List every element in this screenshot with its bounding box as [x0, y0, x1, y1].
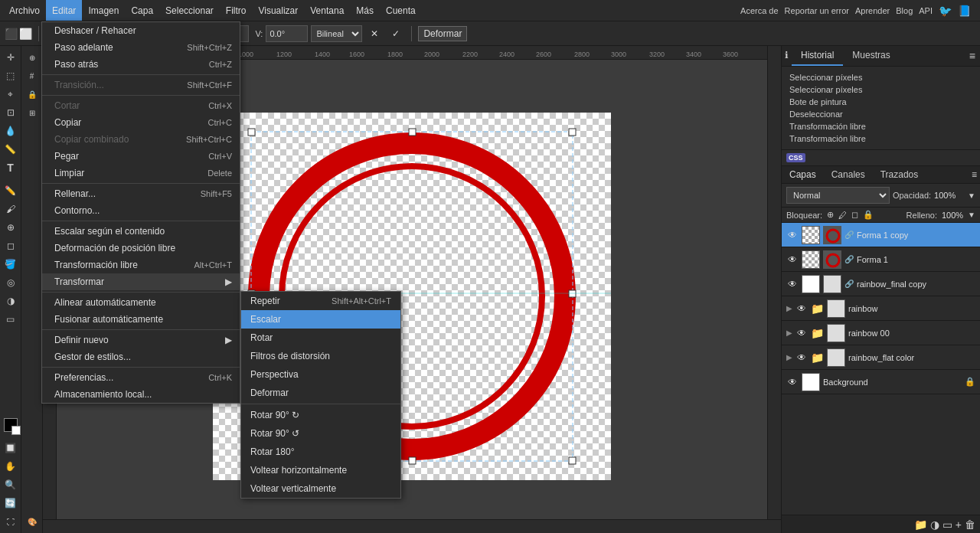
- lock-artboard-icon[interactable]: ◻: [851, 210, 858, 220]
- tool-zoom[interactable]: 🔍: [2, 476, 19, 493]
- menu-copiar[interactable]: Copiar Ctrl+C: [42, 114, 240, 131]
- snap-icon[interactable]: ⊕: [24, 49, 41, 66]
- menu-deshacer[interactable]: Deshacer / Rehacer: [42, 22, 240, 39]
- submenu-filtros[interactable]: Filtros de distorsión: [241, 347, 400, 365]
- lock-all-icon[interactable]: 🔒: [863, 210, 874, 220]
- new-adjustment-button[interactable]: ◑: [930, 518, 939, 531]
- menu-cuenta[interactable]: Cuenta: [380, 0, 422, 21]
- link-api[interactable]: API: [919, 6, 933, 15]
- deform-button[interactable]: Deformar: [418, 26, 467, 41]
- menu-transformacion-libre[interactable]: Transformación libre Alt+Ctrl+T: [42, 257, 240, 273]
- submenu-perspectiva[interactable]: Perspectiva: [241, 365, 400, 384]
- history-item-1[interactable]: Seleccionar píxeles: [786, 83, 975, 96]
- layer-item-1[interactable]: 👁 🔗 Forma 1: [782, 247, 980, 272]
- menu-preferencias[interactable]: Preferencias... Ctrl+K: [42, 369, 240, 386]
- layer-visibility-1[interactable]: 👁: [786, 253, 799, 266]
- layer-item-2[interactable]: 👁 🔗 rainbow_final copy: [782, 272, 980, 296]
- menu-mas[interactable]: Más: [350, 0, 380, 21]
- submenu-rotar-90-ccw[interactable]: Rotar 90° ↺: [241, 424, 400, 443]
- tool-move[interactable]: ✛: [2, 49, 19, 66]
- interpolation-select[interactable]: Bilineal Ninguna Cúbico: [311, 25, 362, 42]
- layer-item-5[interactable]: ▶ 👁 📁 rainbow_flat color: [782, 345, 980, 370]
- menu-escalar-contenido[interactable]: Escalar según el contenido: [42, 223, 240, 240]
- tab-canales[interactable]: Canales: [824, 166, 873, 183]
- tool-hand[interactable]: ✋: [2, 458, 19, 475]
- menu-imagen[interactable]: Imagen: [82, 0, 125, 21]
- menu-paso-atras[interactable]: Paso atrás Ctrl+Z: [42, 56, 240, 73]
- menu-visualizar[interactable]: Visualizar: [252, 0, 304, 21]
- link-blog[interactable]: Blog: [896, 6, 913, 15]
- v-input[interactable]: [266, 25, 308, 42]
- lock-pixel-icon[interactable]: 🖊: [838, 211, 847, 220]
- menu-deformacion[interactable]: Deformación de posición libre: [42, 240, 240, 257]
- menu-fusionar[interactable]: Fusionar automáticamente: [42, 311, 240, 328]
- lock-pos-icon[interactable]: ⊕: [827, 210, 834, 220]
- facebook-icon[interactable]: 📘: [958, 5, 971, 17]
- twitter-icon[interactable]: 🐦: [939, 5, 952, 17]
- submenu-escalar[interactable]: Escalar: [241, 310, 400, 329]
- link-aprender[interactable]: Aprender: [855, 6, 890, 15]
- lock-icon[interactable]: 🔒: [24, 86, 41, 103]
- submenu-voltear-v[interactable]: Voltear verticalmente: [241, 479, 400, 498]
- tool-fill[interactable]: 🪣: [2, 256, 19, 273]
- link-reportar[interactable]: Reportar un error: [785, 6, 849, 15]
- menu-seleccionar[interactable]: Seleccionar: [159, 0, 220, 21]
- tool-eyedropper[interactable]: 💧: [2, 123, 19, 139]
- tool-shape[interactable]: ▭: [2, 311, 19, 328]
- submenu-deformar[interactable]: Deformar: [241, 384, 400, 402]
- color-icon[interactable]: 🎨: [24, 513, 41, 530]
- submenu-voltear-h[interactable]: Voltear horizontalmente: [241, 461, 400, 479]
- guide-icon[interactable]: ⊞: [24, 104, 41, 121]
- layer-visibility-5[interactable]: 👁: [795, 352, 808, 364]
- layer-item-3[interactable]: ▶ 👁 📁 rainbow: [782, 296, 980, 321]
- tool-crop[interactable]: ⊡: [2, 104, 19, 121]
- delete-layer-button[interactable]: 🗑: [965, 518, 975, 531]
- menu-rellenar[interactable]: Rellenar... Shift+F5: [42, 185, 240, 202]
- menu-definir-nuevo[interactable]: Definir nuevo ▶: [42, 332, 240, 348]
- menu-capa[interactable]: Capa: [125, 0, 159, 21]
- layer-expand-5[interactable]: ▶: [786, 353, 792, 361]
- layer-item-4[interactable]: ▶ 👁 📁 rainbow 00: [782, 321, 980, 345]
- tool-blur[interactable]: ◎: [2, 274, 19, 291]
- layer-visibility-4[interactable]: 👁: [795, 327, 808, 339]
- tool-rotate-view[interactable]: 🔄: [2, 495, 19, 512]
- tool-dodge[interactable]: ◑: [2, 293, 19, 309]
- link-acercade[interactable]: Acerca de: [740, 6, 779, 15]
- menu-alinear[interactable]: Alinear automáticamente: [42, 294, 240, 311]
- tool-zoom-minus[interactable]: 🔲: [2, 440, 19, 456]
- menu-gestor-estilos[interactable]: Gestor de estilos...: [42, 348, 240, 365]
- layer-visibility-6[interactable]: 👁: [786, 376, 799, 388]
- layer-item-0[interactable]: 👁 🔗 Forma 1 copy: [782, 223, 980, 247]
- grid-icon[interactable]: #: [24, 67, 41, 84]
- submenu-rotar-180[interactable]: Rotar 180°: [241, 443, 400, 461]
- menu-transformar[interactable]: Transformar ▶: [42, 273, 240, 290]
- menu-archivo[interactable]: Archivo: [3, 0, 46, 21]
- menu-almacenamiento[interactable]: Almacenamiento local...: [42, 386, 240, 403]
- new-layer-button[interactable]: +: [956, 518, 962, 531]
- layer-visibility-2[interactable]: 👁: [786, 278, 799, 290]
- menu-contorno[interactable]: Contorno...: [42, 202, 240, 219]
- fill-arrow[interactable]: ▼: [968, 211, 975, 219]
- tool-eraser[interactable]: ◻: [2, 237, 19, 254]
- panel-info-icon[interactable]: ℹ: [782, 46, 792, 66]
- layer-expand-3[interactable]: ▶: [786, 304, 792, 312]
- menu-editar[interactable]: Editar: [46, 0, 82, 21]
- confirm-transform-button[interactable]: ✓: [387, 26, 405, 41]
- history-item-2[interactable]: Bote de pintura: [786, 96, 975, 108]
- submenu-rotar[interactable]: Rotar: [241, 329, 400, 347]
- tab-trazados[interactable]: Trazados: [873, 166, 926, 183]
- tool-lasso[interactable]: ⌖: [2, 86, 19, 103]
- menu-cortar[interactable]: Cortar Ctrl+X: [42, 97, 240, 114]
- submenu-rotar-90-cw[interactable]: Rotar 90° ↻: [241, 406, 400, 424]
- tool-text[interactable]: T: [2, 159, 19, 176]
- panel-menu-icon[interactable]: ≡: [969, 46, 980, 66]
- menu-ventana[interactable]: Ventana: [304, 0, 350, 21]
- menu-pegar[interactable]: Pegar Ctrl+V: [42, 148, 240, 165]
- tab-historial[interactable]: Historial: [792, 46, 843, 66]
- cancel-transform-button[interactable]: ✕: [365, 26, 384, 41]
- layer-item-6[interactable]: 👁 Background 🔒: [782, 370, 980, 394]
- layer-visibility-3[interactable]: 👁: [795, 302, 808, 315]
- menu-paso-adelante[interactable]: Paso adelante Shift+Ctrl+Z: [42, 39, 240, 56]
- blend-mode-select[interactable]: Normal Multiplicar Pantalla Superponer: [786, 187, 890, 204]
- history-item-4[interactable]: Transformación libre: [786, 120, 975, 132]
